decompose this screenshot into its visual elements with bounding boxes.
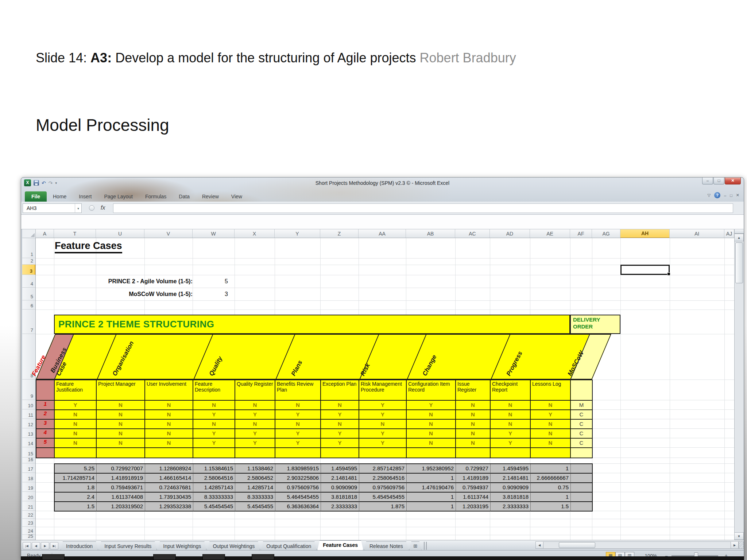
ribbon-tab[interactable]: View [225, 191, 248, 202]
yn-cell[interactable]: N [531, 401, 571, 410]
product-header-cell[interactable]: Issue Register [456, 380, 491, 401]
column-header[interactable]: AI [670, 229, 724, 238]
weight-cell[interactable]: 1.830985915 [275, 464, 321, 474]
yn-cell[interactable]: Y [491, 439, 531, 448]
row-header[interactable]: 5 [22, 288, 35, 300]
selected-cell-ah3[interactable] [620, 265, 670, 275]
moscow-cell[interactable]: M [571, 401, 593, 410]
weight-cell[interactable]: 5.464545455 [275, 493, 321, 502]
row-header[interactable]: 13 [22, 428, 35, 438]
weight-cell[interactable]: 2.903225806 [275, 474, 321, 483]
select-all-corner[interactable] [22, 229, 36, 238]
yn-cell[interactable]: N [145, 410, 193, 420]
insert-worksheet-icon[interactable]: ⊞ [409, 541, 422, 550]
row-header[interactable]: 25 [22, 535, 35, 540]
yn-cell[interactable]: N [456, 401, 491, 410]
row-header[interactable]: 22 [22, 511, 35, 519]
yn-cell[interactable]: Y [491, 429, 531, 439]
formula-bar-button[interactable] [89, 205, 94, 211]
yn-cell[interactable]: N [407, 410, 456, 420]
column-header[interactable]: AD [490, 229, 530, 238]
weight-cell[interactable]: 1.8 [55, 483, 97, 493]
yn-cell[interactable]: N [55, 420, 97, 429]
column-header[interactable]: AG [592, 229, 620, 238]
sheet-tab[interactable]: Output Qualification [261, 541, 317, 550]
yn-cell[interactable]: N [145, 439, 193, 448]
horizontal-scroll-track[interactable] [543, 541, 731, 549]
agile-volume-value[interactable]: 5 [193, 278, 235, 285]
weight-cell[interactable]: 3.8181818 [321, 493, 359, 502]
scroll-left-icon[interactable]: ◀ [535, 541, 543, 549]
yn-cell[interactable]: N [97, 439, 145, 448]
yn-cell[interactable]: Y [359, 429, 407, 439]
yn-cell[interactable]: N [97, 401, 145, 410]
weight-cell[interactable]: 1 [531, 464, 571, 474]
weight-cell[interactable]: 1 [531, 493, 571, 502]
column-header[interactable]: T [54, 229, 96, 238]
weight-cell[interactable]: 0.729927 [456, 464, 491, 474]
weight-empty-cell[interactable] [571, 483, 593, 493]
feature-number-cell[interactable]: 5 [36, 439, 55, 448]
weight-cell[interactable]: 1.739130435 [145, 493, 193, 502]
column-header[interactable]: V [144, 229, 193, 238]
yn-cell[interactable]: Y [193, 439, 235, 448]
weight-cell[interactable]: 0.75 [531, 483, 571, 493]
yn-cell[interactable]: N [491, 410, 531, 420]
yn-cell[interactable]: N [456, 429, 491, 439]
moscow-cell[interactable]: C [571, 410, 593, 420]
weight-cell[interactable]: 5.4545455 [235, 502, 275, 512]
weight-cell[interactable]: 0.759493671 [97, 483, 145, 493]
theme-structuring-banner[interactable]: PRINCE 2 THEME STRUCTURING [54, 315, 570, 334]
scroll-right-icon[interactable]: ▶ [731, 541, 739, 549]
yn-cell[interactable]: N [55, 429, 97, 439]
row-header[interactable]: 2 [22, 258, 35, 265]
yn-cell[interactable]: N [145, 401, 193, 410]
workbook-restore-icon[interactable]: □ [730, 193, 732, 198]
formula-input[interactable] [113, 203, 733, 213]
vertical-scroll-thumb[interactable] [735, 242, 743, 283]
last-sheet-icon[interactable]: ▶| [50, 542, 58, 549]
yn-cell[interactable]: Y [193, 410, 235, 420]
yn-cell[interactable]: Y [275, 429, 321, 439]
weight-cell[interactable]: 2.5806452 [235, 474, 275, 483]
weight-cell[interactable]: 2.3333333 [321, 502, 359, 512]
weight-cell[interactable]: 0.724637681 [145, 483, 193, 493]
ribbon-tab[interactable]: Insert [73, 191, 98, 202]
sheet-tab[interactable]: Release Notes [364, 541, 409, 550]
weight-cell[interactable]: 0.975609756 [359, 483, 407, 493]
ribbon-tab[interactable]: Formulas [139, 191, 173, 202]
weight-cell[interactable]: 1.6113744 [456, 493, 491, 502]
weight-cell[interactable]: 2.58064516 [193, 474, 235, 483]
feature-number-cell[interactable]: 1 [36, 401, 55, 410]
ribbon-tab[interactable]: Home [47, 191, 73, 202]
weight-empty-cell[interactable] [571, 493, 593, 502]
yn-cell[interactable]: N [193, 420, 235, 429]
weight-cell[interactable]: 2.666666667 [531, 474, 571, 483]
weight-cell[interactable]: 1.5 [531, 502, 571, 512]
yn-cell[interactable]: N [359, 420, 407, 429]
weight-cell[interactable]: 1.476190476 [407, 483, 456, 493]
weight-cell[interactable]: 1.203319502 [97, 502, 145, 512]
scroll-down-icon[interactable]: ▼ [735, 532, 744, 540]
column-header[interactable]: AH [620, 229, 670, 238]
agile-volume-label[interactable]: PRINCE 2 - Agile Volume (1-5): [54, 278, 193, 285]
weight-cell[interactable]: 1.4594595 [491, 464, 531, 474]
row-header[interactable]: 12 [22, 419, 35, 428]
weight-cell[interactable]: 5.45454545 [193, 502, 235, 512]
yn-cell[interactable]: Y [321, 429, 359, 439]
row-header[interactable]: 17 [22, 463, 35, 473]
weight-cell[interactable]: 2.4 [55, 493, 97, 502]
yn-cell[interactable]: Y [235, 429, 275, 439]
yn-cell[interactable]: N [55, 439, 97, 448]
yn-cell[interactable]: Y [359, 401, 407, 410]
yn-cell[interactable]: Y [275, 410, 321, 420]
moscow-header-cell[interactable] [571, 380, 593, 401]
workbook-close-icon[interactable]: ✕ [736, 193, 739, 198]
weight-cell[interactable]: 0.729927007 [97, 464, 145, 474]
title-bar[interactable]: X ↶ ↷ ▾ Short Projects Methodology (SPM)… [21, 178, 744, 189]
yn-cell[interactable]: N [97, 429, 145, 439]
sheet-tab[interactable]: Feature Cases [317, 540, 363, 550]
row-header[interactable]: 18 [22, 473, 35, 482]
weight-cell[interactable]: 1.611374408 [97, 493, 145, 502]
yn-cell[interactable]: N [145, 429, 193, 439]
